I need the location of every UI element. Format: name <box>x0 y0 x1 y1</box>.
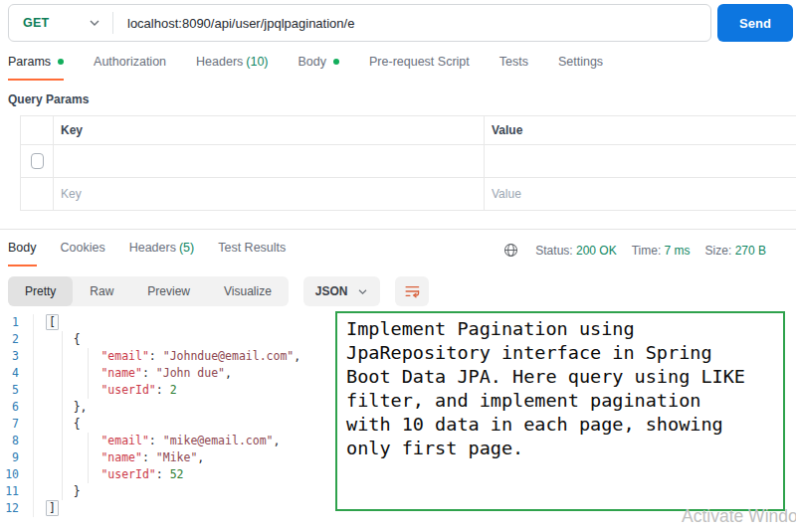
url-bar: GET Send <box>8 4 793 42</box>
code-text: [ <box>34 314 59 331</box>
tab-body[interactable]: Body <box>298 55 340 81</box>
line-number: 5 <box>0 382 34 399</box>
green-dot-icon <box>333 59 339 65</box>
time-badge: Time: 7 ms <box>632 244 691 258</box>
param-value-input[interactable] <box>492 187 796 201</box>
tab-tests[interactable]: Tests <box>499 55 528 81</box>
line-number: 12 <box>0 500 34 517</box>
view-tab-raw[interactable]: Raw <box>73 276 130 306</box>
request-tabs: Params Authorization Headers(10) Body Pr… <box>0 42 796 82</box>
code-text: "userId": 2 <box>34 382 177 399</box>
response-header: Body Cookies Headers(5) Test Results Sta… <box>0 230 796 266</box>
wrap-lines-icon <box>402 283 422 299</box>
tab-label: Authorization <box>94 55 166 69</box>
line-number: 11 <box>0 483 34 500</box>
code-text: { <box>34 331 81 348</box>
code-text: "email": "Johndue@email.com", <box>34 348 300 365</box>
param-key-cell[interactable] <box>53 145 484 177</box>
line-number: 9 <box>0 449 34 466</box>
send-button[interactable]: Send <box>717 4 793 42</box>
response-view-toolbar: Pretty Raw Preview Visualize JSON <box>8 276 788 306</box>
tab-pre-request-script[interactable]: Pre-request Script <box>369 55 470 81</box>
line-number: 2 <box>0 331 34 348</box>
tab-settings[interactable]: Settings <box>558 55 603 81</box>
tab-label: Params <box>8 55 51 69</box>
green-dot-icon <box>58 59 64 65</box>
key-column-header: Key <box>53 116 484 144</box>
tab-label: Tests <box>499 55 528 69</box>
tab-authorization[interactable]: Authorization <box>94 55 166 81</box>
tab-label: Test Results <box>218 241 286 255</box>
view-tab-visualize[interactable]: Visualize <box>207 276 289 306</box>
code-text: } <box>34 483 81 500</box>
indent-guide <box>62 331 63 500</box>
response-meta: Status: 200 OK Time: 7 ms Size: 270 B <box>503 241 766 258</box>
size-badge: Size: 270 B <box>705 244 766 258</box>
code-text: "userId": 52 <box>34 466 184 483</box>
line-number: 6 <box>0 399 34 416</box>
tab-label: Body <box>298 55 327 69</box>
tab-test-results[interactable]: Test Results <box>218 241 286 266</box>
wrap-lines-button[interactable] <box>395 276 429 306</box>
code-text: ] <box>34 500 59 517</box>
table-row <box>21 145 796 178</box>
url-box: GET <box>8 4 711 42</box>
headers-count: (5) <box>179 241 194 255</box>
tab-label: Settings <box>558 55 603 69</box>
code-text: }, <box>34 399 88 416</box>
postman-request-view: GET Send Params Authorization Headers(10… <box>0 0 796 532</box>
query-params-table: Key Value <box>20 115 796 211</box>
tab-cookies[interactable]: Cookies <box>61 241 105 266</box>
view-tab-pretty[interactable]: Pretty <box>8 276 73 306</box>
chevron-down-icon <box>357 288 368 295</box>
code-text: "name": "John due", <box>34 365 232 382</box>
indent-guide <box>88 433 89 483</box>
response-body-viewer: 1[2 {3 "email": "Johndue@email.com",4 "n… <box>0 314 796 517</box>
tab-params[interactable]: Params <box>8 55 64 81</box>
table-header-row: Key Value <box>21 116 796 145</box>
row-checkbox[interactable] <box>31 153 44 169</box>
indent-guide <box>88 348 89 399</box>
code-text: "email": "mike@email.com", <box>34 433 280 449</box>
line-number: 7 <box>0 416 34 433</box>
tab-label: Headers <box>129 241 176 255</box>
value-column-header: Value <box>484 116 796 144</box>
tab-headers[interactable]: Headers(10) <box>196 55 268 81</box>
code-text: "name": "Mike", <box>34 449 204 466</box>
method-label: GET <box>23 16 49 30</box>
query-params-title: Query Params <box>8 92 796 106</box>
checkbox-column-header <box>21 116 53 144</box>
line-number: 8 <box>0 433 34 449</box>
chevron-down-icon <box>89 19 100 27</box>
headers-count: (10) <box>246 55 268 69</box>
language-selector[interactable]: JSON <box>303 276 380 306</box>
tab-response-body[interactable]: Body <box>8 241 37 266</box>
view-tab-preview[interactable]: Preview <box>130 276 207 306</box>
language-label: JSON <box>315 284 348 298</box>
line-number: 4 <box>0 365 34 382</box>
network-globe-icon[interactable] <box>503 243 518 258</box>
line-number: 1 <box>0 314 34 331</box>
response-tabs: Body Cookies Headers(5) Test Results <box>8 241 286 266</box>
line-number: 3 <box>0 348 34 365</box>
tab-label: Pre-request Script <box>369 55 470 69</box>
param-key-input[interactable] <box>61 187 484 201</box>
table-row <box>21 178 796 211</box>
tab-response-headers[interactable]: Headers(5) <box>129 241 195 266</box>
annotation-box: Implement Pagination using JpaRepository… <box>335 311 785 511</box>
line-number: 10 <box>0 466 34 483</box>
activate-windows-watermark: Activate Windows <box>682 506 796 527</box>
status-badge: Status: 200 OK <box>535 244 616 258</box>
param-value-cell[interactable] <box>484 145 796 177</box>
tab-label: Headers <box>196 55 243 69</box>
view-mode-tabs: Pretty Raw Preview Visualize <box>8 276 289 306</box>
url-input[interactable] <box>113 16 710 31</box>
tab-label: Body <box>8 241 37 255</box>
tab-label: Cookies <box>61 241 105 255</box>
code-text: { <box>34 416 81 433</box>
method-selector[interactable]: GET <box>9 16 112 30</box>
